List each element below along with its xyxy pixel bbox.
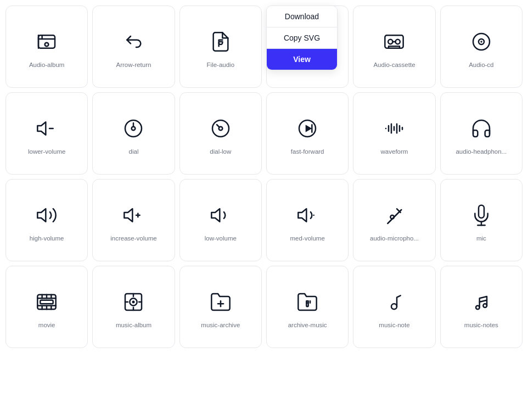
arrow-return-icon [120, 29, 147, 55]
svg-marker-36 [298, 209, 306, 221]
icon-card-low-volume[interactable]: low-volume [179, 179, 262, 261]
icon-card-audio-cd[interactable]: Audio-cd [440, 5, 523, 88]
waveform-label: waveform [381, 148, 408, 155]
movie-icon [33, 289, 60, 315]
high-volume-icon [33, 202, 60, 228]
high-volume-label: high-volume [30, 235, 64, 242]
icon-card-audio-microphone[interactable]: audio-micropho... [353, 179, 435, 261]
archive-music-label: archive-music [288, 322, 327, 328]
music-archive-icon [207, 289, 234, 315]
file-audio-label: File-audio [207, 61, 235, 68]
icon-card-audio-headphone[interactable]: audio-headphon... [440, 92, 523, 175]
icon-card-file-audio[interactable]: File-audio [179, 5, 262, 88]
copy-svg-button[interactable]: Copy SVG [267, 27, 337, 49]
music-album-label: music-album [116, 322, 151, 328]
svg-marker-13 [37, 122, 46, 135]
file-audio-icon [207, 29, 234, 55]
icon-card-lower-volume[interactable]: lower-volume [5, 92, 88, 175]
increase-volume-icon [120, 202, 147, 228]
audio-album-icon [33, 29, 60, 55]
audio-cd-icon [468, 29, 495, 55]
music-notes-icon [468, 289, 495, 315]
icon-card-audio-cassette[interactable]: Audio-cassette [353, 5, 435, 88]
view-button[interactable]: View [267, 49, 337, 70]
audio-microphone-label: audio-micropho... [370, 235, 419, 242]
svg-line-20 [217, 125, 220, 127]
icon-card-dial[interactable]: dial [92, 92, 175, 175]
movie-label: movie [38, 322, 55, 328]
low-volume-icon [207, 202, 234, 228]
fast-forward-icon [294, 115, 321, 142]
icon-card-archive-music[interactable]: archive-music [266, 266, 349, 348]
svg-marker-22 [306, 125, 312, 132]
low-volume-label: low-volume [205, 235, 237, 242]
music-archive-label: music-archive [201, 322, 240, 328]
svg-point-4 [45, 43, 49, 47]
audio-cassette-label: Audio-cassette [373, 61, 415, 68]
lower-volume-label: lower-volume [28, 148, 65, 155]
icon-card-med-volume[interactable]: med-volume [266, 179, 349, 261]
icon-popup-menu: Download Copy SVG View [266, 5, 338, 70]
svg-point-12 [480, 41, 482, 42]
svg-point-18 [212, 120, 229, 137]
increase-volume-label: increase-volume [110, 235, 156, 242]
svg-line-63 [479, 300, 486, 302]
music-notes-label: music-notes [464, 322, 498, 328]
icon-card-high-volume[interactable]: high-volume [5, 179, 88, 261]
download-button[interactable]: Download [267, 6, 337, 27]
audio-microphone-icon [381, 202, 407, 228]
dial-icon [120, 115, 147, 142]
svg-point-54 [132, 301, 135, 304]
svg-rect-51 [40, 300, 53, 304]
dial-low-label: dial-low [210, 148, 231, 155]
audio-cassette-icon [381, 29, 407, 55]
icon-card-waveform[interactable]: waveform [353, 92, 435, 175]
icon-grid: Audio-album Arrow-return File-audio [5, 5, 523, 348]
med-volume-label: med-volume [290, 235, 325, 242]
icon-card-music-archive[interactable]: music-archive [179, 266, 262, 348]
audio-album-label: Audio-album [29, 61, 65, 68]
svg-marker-32 [125, 209, 133, 221]
icon-card-audio-album[interactable]: Audio-album [5, 5, 88, 88]
archive-music-icon [294, 289, 321, 315]
icon-card-music-note[interactable]: music-note [353, 266, 435, 348]
mic-label: mic [476, 235, 486, 242]
icon-card-movie[interactable]: movie [5, 266, 88, 348]
svg-point-39 [391, 215, 395, 219]
icon-card-arrow-return[interactable]: Arrow-return [92, 5, 175, 88]
music-album-icon [120, 289, 147, 315]
icon-card-increase-volume[interactable]: increase-volume [92, 179, 175, 261]
svg-marker-31 [37, 209, 46, 221]
music-note-icon [381, 289, 407, 315]
dial-low-icon [207, 115, 234, 142]
icon-card-music-notes[interactable]: music-notes [440, 266, 523, 348]
mic-icon [468, 202, 495, 228]
icon-card-dial-low[interactable]: dial-low [179, 92, 262, 175]
med-volume-icon [294, 202, 321, 228]
dial-label: dial [129, 148, 139, 155]
audio-headphone-label: audio-headphon... [456, 148, 507, 155]
icon-card-music-album[interactable]: music-album [92, 266, 175, 348]
icon-card-mic[interactable]: mic [440, 179, 523, 261]
waveform-icon [381, 115, 407, 142]
fast-forward-label: fast-forward [291, 148, 324, 155]
lower-volume-icon [33, 115, 60, 142]
arrow-return-label: Arrow-return [116, 61, 151, 68]
audio-headphone-icon [468, 115, 495, 142]
audio-cd-label: Audio-cd [469, 61, 493, 68]
icon-card-fast-forward[interactable]: fast-forward [266, 92, 349, 175]
music-note-label: music-note [379, 322, 409, 328]
svg-marker-35 [211, 209, 220, 221]
